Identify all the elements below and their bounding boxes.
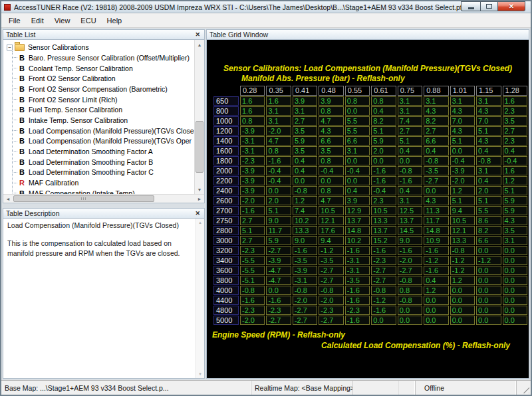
grid-cell[interactable]: 0.0 (266, 286, 291, 295)
grid-cell[interactable]: -3.9 (293, 266, 317, 275)
grid-cell[interactable]: -4.7 (266, 276, 291, 285)
grid-row-header[interactable]: 4800 (213, 306, 239, 315)
grid-row-header[interactable]: 1600 (213, 146, 239, 155)
grid-cell[interactable]: -2.0 (319, 296, 343, 305)
grid-cell[interactable]: 3.1 (398, 106, 422, 116)
grid-cell[interactable]: -2.7 (424, 176, 448, 185)
grid-cell[interactable]: 0.0 (293, 176, 317, 185)
grid-cell[interactable]: 0.8 (319, 156, 343, 165)
grid-cell[interactable]: -1.6 (371, 306, 396, 315)
tree-vertical-scrollbar[interactable]: ▲ ▼ (194, 40, 204, 194)
grid-cell[interactable]: 2.3 (503, 136, 527, 146)
grid-cell[interactable]: 4.3 (476, 136, 501, 146)
close-icon[interactable]: ✕ (194, 31, 201, 38)
grid-cell[interactable]: 0.8 (240, 116, 265, 126)
grid-column-header[interactable]: 0.48 (319, 86, 343, 96)
grid-cell[interactable]: 5.1 (266, 206, 291, 215)
grid-column-header[interactable]: 0.88 (424, 86, 448, 96)
grid-cell[interactable]: 3.1 (476, 96, 501, 106)
grid-cell[interactable]: -1.2 (424, 256, 448, 265)
grid-cell[interactable]: -0.8 (398, 276, 422, 285)
scroll-up-icon[interactable]: ▲ (195, 40, 204, 49)
grid-cell[interactable]: 0.0 (503, 276, 527, 285)
grid-cell[interactable]: -1.6 (424, 246, 448, 255)
grid-cell[interactable]: -3.1 (240, 146, 265, 155)
grid-cell[interactable]: -2.7 (266, 316, 291, 325)
grid-cell[interactable]: -3.1 (345, 266, 370, 275)
collapse-icon[interactable]: − (7, 45, 13, 50)
grid-cell[interactable]: 5.5 (345, 116, 370, 126)
grid-cell[interactable]: 4.3 (319, 126, 343, 136)
grid-cell[interactable]: 14.5 (398, 226, 422, 235)
grid-cell[interactable]: -2.0 (240, 196, 265, 205)
grid-column-header[interactable]: 1.15 (476, 86, 501, 96)
grid-cell[interactable]: 5.1 (371, 126, 396, 136)
grid-cell[interactable]: -1.6 (345, 246, 370, 255)
menu-item-edit[interactable]: Edit (26, 15, 49, 27)
grid-cell[interactable]: -1.6 (345, 316, 370, 325)
tree-item[interactable]: BMAF Compensation (Intake Temp) (9, 188, 194, 194)
tree-item[interactable]: BLoad Determination Smoothing Factor B (9, 157, 194, 167)
grid-cell[interactable]: -3.5 (319, 256, 343, 265)
grid-cell[interactable]: 0.0 (476, 286, 501, 295)
grid-column-header[interactable]: 0.61 (371, 86, 396, 96)
grid-cell[interactable]: -2.0 (266, 126, 291, 136)
grid-cell[interactable]: -2.7 (293, 316, 317, 325)
grid-cell[interactable]: 1.2 (424, 286, 448, 295)
grid-cell[interactable]: -1.6 (345, 286, 370, 295)
grid-cell[interactable]: 1.2 (503, 176, 527, 185)
grid-cell[interactable]: 0.0 (398, 306, 422, 315)
grid-column-header[interactable]: 1.28 (503, 86, 527, 96)
grid-cell[interactable]: 8.2 (476, 226, 501, 235)
grid-cell[interactable]: 0.0 (476, 266, 501, 275)
tree-item[interactable]: BFuel Temp. Sensor Calibration (9, 104, 194, 115)
grid-cell[interactable]: -1.6 (424, 266, 448, 275)
scroll-up-icon[interactable]: ▲ (196, 219, 204, 227)
grid-cell[interactable]: 0.8 (266, 146, 291, 155)
grid-cell[interactable]: -0.8 (240, 286, 265, 295)
grid-cell[interactable]: 11.3 (424, 206, 448, 215)
grid-cell[interactable]: -2.0 (450, 176, 475, 185)
menu-item-help[interactable]: Help (102, 15, 128, 27)
grid-cell[interactable]: 2.3 (503, 106, 527, 116)
grid-cell[interactable]: 5.9 (503, 196, 527, 205)
grid-cell[interactable]: 0.4 (503, 146, 527, 155)
grid-column-header[interactable]: 0.41 (293, 86, 317, 96)
tree-item[interactable]: BCoolant Temp. Sensor Calibration (9, 63, 194, 74)
grid-cell[interactable]: 0.4 (476, 146, 501, 155)
grid-cell[interactable]: 3.1 (266, 116, 291, 126)
vertical-scroll-thumb[interactable] (196, 121, 203, 173)
grid-cell[interactable]: 5.5 (345, 126, 370, 136)
grid-cell[interactable]: -4.7 (266, 266, 291, 275)
grid-cell[interactable]: 0.4 (371, 106, 396, 116)
tree-item[interactable]: RMAF Calibration (9, 177, 194, 188)
grid-cell[interactable]: 8.2 (371, 116, 396, 126)
grid-cell[interactable]: 5.1 (476, 126, 501, 136)
grid-cell[interactable]: -3.9 (450, 166, 475, 175)
grid-cell[interactable]: -5.1 (240, 276, 265, 285)
grid-cell[interactable]: 2.0 (371, 146, 396, 155)
grid-row-header[interactable]: 2000 (213, 166, 239, 175)
grid-cell[interactable]: 0.0 (398, 316, 422, 325)
grid-cell[interactable]: 0.0 (424, 296, 448, 305)
grid-cell[interactable]: 5.1 (450, 136, 475, 146)
grid-cell[interactable]: 1.6 (240, 96, 265, 106)
grid-cell[interactable]: 0.0 (476, 246, 501, 255)
grid-cell[interactable]: 15.2 (371, 236, 396, 245)
grid-row-header[interactable]: 1800 (213, 156, 239, 165)
grid-cell[interactable]: 4.7 (319, 116, 343, 126)
grid-cell[interactable]: 1.2 (450, 276, 475, 285)
grid-cell[interactable]: 5.1 (240, 226, 265, 235)
tree-root-sensor-calibrations[interactable]: − Sensor Calibrations (3, 42, 194, 52)
grid-cell[interactable]: 4.3 (450, 106, 475, 116)
grid-cell[interactable]: 0.0 (503, 286, 527, 295)
grid-cell[interactable]: 0.8 (345, 96, 370, 106)
grid-cell[interactable]: 4.3 (450, 126, 475, 136)
grid-cell[interactable]: -3.5 (293, 256, 317, 265)
grid-cell[interactable]: 3.1 (398, 196, 422, 205)
grid-cell[interactable]: 11.7 (266, 226, 291, 235)
grid-cell[interactable]: 12.1 (319, 216, 343, 225)
grid-cell[interactable]: -2.3 (240, 246, 265, 255)
grid-cell[interactable]: -0.4 (266, 166, 291, 175)
grid-cell[interactable]: 13.7 (345, 216, 370, 225)
